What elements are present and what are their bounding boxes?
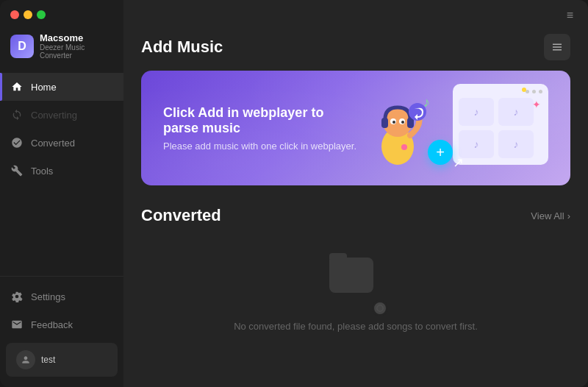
banner-title: Click Add in webplayer to parse music — [163, 105, 357, 136]
nav-items: Home Converting Converted — [0, 70, 123, 276]
dot-pink — [401, 144, 407, 150]
dot-yellow — [522, 88, 526, 92]
add-music-title: Add Music — [141, 38, 223, 57]
empty-folder-circle — [372, 300, 388, 316]
music-card-3: ♪ — [459, 130, 494, 158]
app-subtitle: Deezer Music Converter — [40, 43, 113, 60]
view-all-label: View All — [531, 210, 564, 221]
converted-title: Converted — [141, 206, 221, 225]
svg-point-6 — [392, 121, 395, 124]
app-name: Macsome — [40, 32, 113, 43]
titlebar — [0, 0, 123, 26]
character-illustration — [365, 91, 431, 168]
view-all-button[interactable]: View All › — [531, 210, 570, 221]
svg-rect-2 — [381, 118, 388, 128]
sidebar: D Macsome Deezer Music Converter Home Co… — [0, 0, 123, 387]
avatar — [16, 350, 35, 369]
minimize-button[interactable] — [24, 10, 32, 19]
add-music-banner[interactable]: Click Add in webplayer to parse music Pl… — [141, 71, 570, 185]
menu-icon[interactable]: ≡ — [567, 9, 573, 22]
home-icon — [10, 80, 24, 93]
converted-section: Converted View All › No converted file f… — [141, 206, 570, 354]
svg-point-7 — [401, 121, 404, 124]
converting-icon — [10, 108, 24, 121]
app-logo-area: D Macsome Deezer Music Converter — [0, 26, 123, 70]
app-name-area: Macsome Deezer Music Converter — [40, 32, 113, 60]
banner-text: Click Add in webplayer to parse music Pl… — [163, 105, 357, 152]
add-music-header: Add Music — [141, 34, 570, 60]
sidebar-item-settings-label: Settings — [31, 291, 65, 302]
empty-folder — [329, 258, 373, 293]
cursor-icon: ↗ — [453, 155, 464, 171]
music-card-4: ♪ — [498, 130, 534, 158]
settings-button[interactable] — [544, 34, 570, 60]
feedback-icon — [10, 318, 24, 331]
app-icon: D — [10, 35, 34, 58]
maximize-button[interactable] — [37, 10, 46, 19]
svg-point-9 — [377, 305, 383, 311]
sidebar-item-converted[interactable]: Converted — [0, 129, 123, 157]
music-note-icon: ♪ — [423, 95, 430, 110]
content-area: Add Music Click Add in webplayer to pars… — [123, 22, 588, 387]
sidebar-item-home[interactable]: Home — [0, 73, 123, 101]
traffic-lights — [10, 10, 46, 19]
sidebar-item-feedback[interactable]: Feedback — [0, 310, 123, 338]
user-area[interactable]: test — [6, 343, 118, 377]
music-card-2: ♪ — [498, 98, 534, 126]
settings-icon — [10, 290, 24, 303]
sidebar-item-home-label: Home — [31, 82, 57, 93]
sidebar-item-tools[interactable]: Tools — [0, 157, 123, 185]
phone-mockup: ♪ ♪ ♪ ♪ — [453, 84, 548, 165]
sidebar-item-converted-label: Converted — [31, 138, 75, 149]
app-icon-letter: D — [18, 40, 26, 53]
bottom-nav: Settings Feedback test — [0, 276, 123, 387]
converted-icon — [10, 136, 24, 149]
empty-state: No converted file found, please add song… — [141, 235, 570, 354]
sidebar-item-converting-label: Converting — [31, 110, 77, 121]
empty-icon — [329, 258, 382, 310]
banner-subtitle: Please add music with one click in webpl… — [163, 141, 357, 152]
sidebar-item-settings[interactable]: Settings — [0, 283, 123, 310]
sidebar-item-feedback-label: Feedback — [31, 319, 73, 330]
view-all-chevron: › — [567, 210, 570, 221]
music-card-1: ♪ — [459, 98, 494, 126]
topbar: ≡ — [123, 0, 588, 22]
add-button[interactable]: + — [428, 140, 453, 165]
music-cards: ♪ ♪ ♪ ♪ — [459, 98, 542, 158]
user-name: test — [41, 355, 55, 365]
close-button[interactable] — [10, 10, 19, 19]
music-note-2-icon: ✦ — [532, 99, 541, 110]
banner-illustration: ♪ ♪ ♪ ♪ ♪ + — [357, 91, 548, 165]
main-content: ≡ Add Music Click Add in webplayer to pa… — [123, 0, 588, 387]
sidebar-item-converting: Converting — [0, 101, 123, 129]
phone-dots — [459, 90, 542, 93]
sidebar-item-tools-label: Tools — [31, 166, 53, 177]
empty-state-text: No converted file found, please add song… — [234, 321, 478, 332]
converted-header: Converted View All › — [141, 206, 570, 225]
tools-icon — [10, 164, 24, 177]
